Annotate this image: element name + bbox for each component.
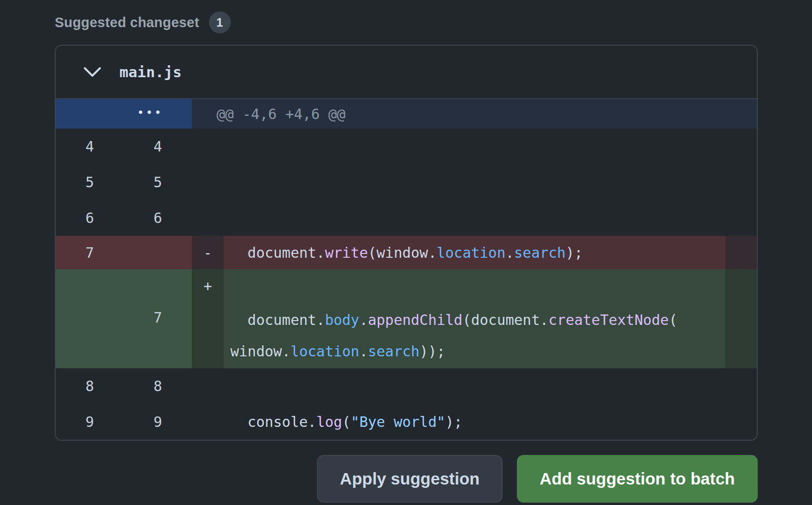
code-line: document.write(window.location.search); [224, 236, 725, 269]
new-line-number [124, 236, 192, 269]
ellipsis-icon: ••• [139, 105, 164, 123]
diff-marker [192, 368, 224, 404]
file-name: main.js [119, 63, 182, 81]
diff-row-context: 99 console.log("Bye world"); [56, 404, 757, 440]
code-token: ( [669, 312, 677, 328]
row-edge [725, 164, 757, 200]
code-token: (document. [463, 312, 549, 328]
new-line-number: 6 [124, 200, 192, 236]
code-token: search [368, 343, 419, 360]
diff-row-deletion: 7- document.write(window.location.search… [56, 236, 757, 269]
diff-marker: + [192, 269, 224, 368]
code-wrapped-line: document.body.appendChild(document.creat… [230, 304, 677, 336]
old-line-number [56, 269, 124, 368]
code-wrapped-line: window.location.search)); [230, 336, 446, 367]
code-token: ); [565, 244, 583, 261]
diff-marker [192, 164, 224, 200]
diff-panel: main.js •••@@ -4,6 +4,6 @@4455667- docum… [55, 45, 758, 441]
new-line-number: 7 [124, 269, 192, 368]
row-edge [725, 200, 757, 236]
diff-row-context: 55 [56, 164, 757, 200]
hunk-row: •••@@ -4,6 +4,6 @@ [56, 99, 757, 129]
diff-row-addition: 7+ document.body.appendChild(document.cr… [56, 269, 757, 368]
code-token: document. [230, 312, 325, 328]
diff-table: •••@@ -4,6 +4,6 @@4455667- document.writ… [56, 99, 757, 440]
code-token: location [290, 343, 359, 360]
code-line [224, 164, 725, 200]
diff-row-context: 66 [56, 200, 757, 236]
old-line-number: 8 [56, 368, 124, 404]
code-token: document. [230, 244, 325, 261]
code-token: appendChild [368, 312, 463, 328]
expand-hunk-button[interactable]: ••• [56, 99, 192, 129]
file-header[interactable]: main.js [56, 46, 757, 99]
new-line-number: 5 [124, 164, 192, 200]
row-edge [725, 129, 757, 164]
add-suggestion-to-batch-button[interactable]: Add suggestion to batch [517, 455, 758, 503]
diff-marker [192, 404, 224, 440]
new-line-number: 8 [124, 368, 192, 404]
old-line-number: 7 [56, 236, 124, 269]
code-token: ); [446, 414, 463, 430]
code-token: . [505, 244, 514, 261]
chevron-down-icon[interactable] [83, 66, 102, 78]
diff-marker: - [192, 236, 224, 269]
diff-row-context: 44 [56, 129, 757, 164]
row-edge [725, 368, 757, 404]
code-line [224, 368, 725, 404]
code-token: ( [342, 414, 351, 430]
row-edge [725, 236, 757, 269]
old-line-number: 9 [56, 404, 124, 440]
code-token: write [325, 244, 368, 261]
code-token: log [317, 414, 342, 430]
row-edge [725, 404, 757, 440]
new-line-number: 9 [124, 404, 192, 440]
code-line [224, 129, 725, 164]
code-line: document.body.appendChild(document.creat… [224, 269, 725, 368]
old-line-number: 6 [56, 200, 124, 236]
suggestion-actions: Apply suggestion Add suggestion to batch [55, 455, 758, 503]
changeset-count-badge: 1 [209, 11, 231, 33]
hunk-header-text: @@ -4,6 +4,6 @@ [192, 99, 757, 129]
changeset-title-row: Suggested changeset 1 [55, 10, 758, 34]
new-line-number: 4 [124, 129, 192, 164]
code-token: location [437, 244, 506, 261]
code-token: body [325, 312, 359, 328]
diff-marker [192, 200, 224, 236]
diff-marker [192, 129, 224, 164]
code-token: search [514, 244, 565, 261]
code-token: (window. [368, 244, 437, 261]
code-token: . [359, 312, 368, 328]
old-line-number: 5 [56, 164, 124, 200]
code-line: console.log("Bye world"); [224, 404, 725, 440]
code-token: window. [230, 343, 290, 360]
changeset-title: Suggested changeset [55, 15, 199, 30]
code-token: console. [230, 414, 317, 430]
code-line [224, 200, 725, 236]
code-token: . [359, 343, 368, 360]
old-line-number: 4 [56, 129, 124, 164]
diff-row-context: 88 [56, 368, 757, 404]
suggested-changeset-container: Suggested changeset 1 main.js •••@@ -4,6… [0, 0, 758, 503]
apply-suggestion-button[interactable]: Apply suggestion [317, 455, 503, 503]
code-token: "Bye world" [351, 414, 446, 430]
code-token: )); [419, 343, 445, 360]
code-token: createTextNode [548, 312, 669, 328]
row-edge [725, 269, 757, 368]
